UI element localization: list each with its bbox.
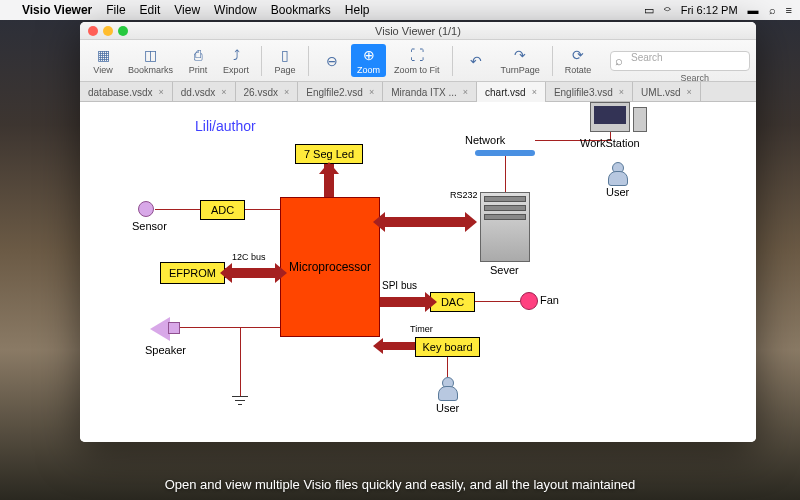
wire [245,209,280,210]
close-tab-icon[interactable]: × [221,87,226,97]
close-window-button[interactable] [88,26,98,36]
wire [180,327,280,328]
menu-help[interactable]: Help [345,3,370,17]
user-icon [608,162,626,184]
wire [505,154,506,192]
tab-6[interactable]: Englifile3.vsd× [546,82,633,102]
zoom-out-icon: ⊖ [321,52,343,70]
user2-label: User [436,402,459,414]
ground-icon [232,396,248,397]
tab-0[interactable]: database.vsdx× [80,82,173,102]
rotate-button[interactable]: ⟳Rotate [559,44,598,77]
menu-edit[interactable]: Edit [140,3,161,17]
zoom-window-button[interactable] [118,26,128,36]
network-label: Network [465,134,505,146]
speaker-icon [150,317,170,341]
arrow-left [380,342,415,350]
wire [475,301,520,302]
page-button[interactable]: ▯Page [268,44,302,77]
arrow-biarrow [225,268,280,278]
prev-page-button[interactable]: ↶ [459,50,493,72]
server-icon [480,192,530,262]
menu-bookmarks[interactable]: Bookmarks [271,3,331,17]
tab-5[interactable]: chart.vsd× [477,82,546,102]
seg-led-box: 7 Seg Led [295,144,363,164]
fan-icon [520,292,538,310]
zoom-fit-button[interactable]: ⛶Zoom to Fit [388,44,446,77]
battery-icon: ▭ [644,4,654,17]
arrowhead-right [275,263,287,283]
spotlight-icon[interactable]: ⌕ [769,4,776,16]
workstation-label: WorkStation [580,137,640,149]
menu-extra-icon[interactable]: ≡ [786,4,792,16]
tab-4[interactable]: Miranda ITX ...× [383,82,477,102]
wire [155,209,200,210]
zoom-out-button[interactable]: ⊖ [315,50,349,72]
bookmark-icon: ◫ [140,46,162,64]
zoom-in-icon: ⊕ [358,46,380,64]
toolbar: ▦View ◫Bookmarks ⎙Print ⤴Export ▯Page ⊖ … [80,40,756,82]
rs232-label: RS232 [450,190,478,200]
user-label: User [606,186,629,198]
app-window: Visio Viewer (1/1) ▦View ◫Bookmarks ⎙Pri… [80,22,756,442]
wifi-icon: ⌔ [664,4,671,16]
close-tab-icon[interactable]: × [159,87,164,97]
close-tab-icon[interactable]: × [463,87,468,97]
export-icon: ⤴ [225,46,247,64]
arrowhead-left [373,338,383,354]
tab-1[interactable]: dd.vsdx× [173,82,236,102]
search-input[interactable]: SearchSearch [610,51,750,71]
arrowhead-right [465,212,477,232]
wire [447,357,448,377]
sensor-icon [138,201,154,217]
author-label: Lili/author [195,118,256,134]
arrowhead-left [373,212,385,232]
keyboard-box: Key board [415,337,480,357]
rotate-icon: ⟳ [567,46,589,64]
page-icon: ▯ [274,46,296,64]
print-icon: ⎙ [187,46,209,64]
close-tab-icon[interactable]: × [532,87,537,97]
app-name[interactable]: Visio Viewer [22,3,92,17]
speaker-label: Speaker [145,344,186,356]
minimize-window-button[interactable] [103,26,113,36]
efprom-box: EFPROM [160,262,225,284]
bookmarks-button[interactable]: ◫Bookmarks [122,44,179,77]
arrow-right [380,297,430,307]
tab-3[interactable]: Englfile2.vsd× [298,82,383,102]
sensor-label: Sensor [132,220,167,232]
tab-2[interactable]: 26.vsdx× [236,82,299,102]
print-button[interactable]: ⎙Print [181,44,215,77]
view-icon: ▦ [92,46,114,64]
close-tab-icon[interactable]: × [619,87,624,97]
workstation-icon [590,102,630,132]
clock: Fri 6:12 PM [681,4,738,16]
network-icon [475,150,535,156]
next-page-button[interactable]: ↷TurnPage [495,44,546,77]
close-tab-icon[interactable]: × [284,87,289,97]
spi-label: SPI bus [382,280,417,291]
tab-7[interactable]: UML.vsd× [633,82,701,102]
export-button[interactable]: ⤴Export [217,44,255,77]
arrowhead-left [220,263,232,283]
adc-box: ADC [200,200,245,220]
view-button[interactable]: ▦View [86,44,120,77]
arrowhead-up [319,162,339,174]
microprocessor-box: Microprocessor [280,197,380,337]
menu-window[interactable]: Window [214,3,257,17]
caption-text: Open and view multiple Visio files quick… [165,477,636,492]
close-tab-icon[interactable]: × [369,87,374,97]
server-label: Sever [490,264,519,276]
menu-view[interactable]: View [174,3,200,17]
zoom-fit-icon: ⛶ [406,46,428,64]
diagram-canvas[interactable]: Lili/author Microprocessor 7 Seg Led ADC… [80,102,756,442]
bus-12c-label: 12C bus [232,252,266,262]
titlebar[interactable]: Visio Viewer (1/1) [80,22,756,40]
flag-icon: ▬ [748,4,759,16]
window-title: Visio Viewer (1/1) [375,25,461,37]
zoom-in-button[interactable]: ⊕Zoom [351,44,386,77]
close-tab-icon[interactable]: × [687,87,692,97]
prev-icon: ↶ [465,52,487,70]
menu-file[interactable]: File [106,3,125,17]
arrowhead-right [425,292,437,312]
